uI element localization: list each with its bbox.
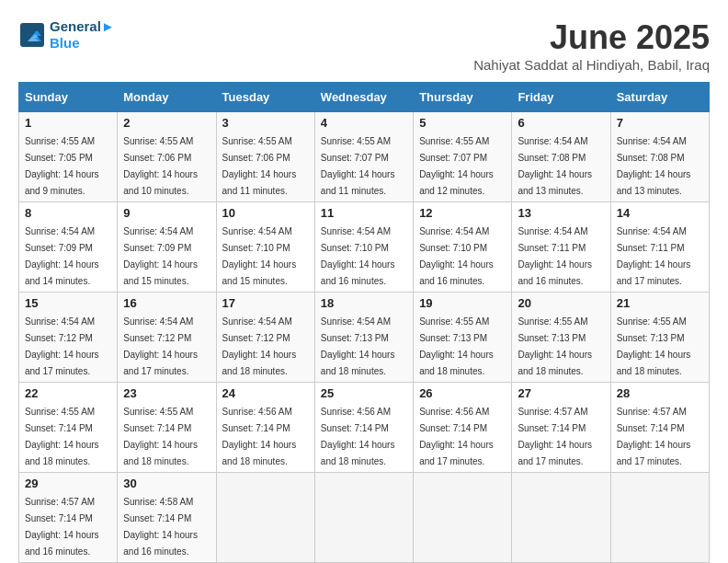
day-number: 17: [222, 296, 309, 310]
day-number: 1: [25, 116, 111, 130]
day-number: 4: [321, 116, 407, 130]
day-info: Sunrise: 4:55 AMSunset: 7:06 PMDaylight:…: [123, 136, 198, 196]
day-info: Sunrise: 4:56 AMSunset: 7:14 PMDaylight:…: [321, 407, 395, 466]
day-number: 8: [25, 206, 111, 220]
day-number: 28: [617, 386, 703, 400]
calendar-cell: 24 Sunrise: 4:56 AMSunset: 7:14 PMDaylig…: [216, 383, 314, 473]
day-number: 7: [617, 116, 703, 130]
calendar-cell: [414, 473, 512, 563]
calendar-header-row: SundayMondayTuesdayWednesdayThursdayFrid…: [19, 83, 710, 112]
day-info: Sunrise: 4:54 AMSunset: 7:10 PMDaylight:…: [222, 226, 297, 286]
day-number: 13: [518, 206, 604, 220]
day-number: 6: [518, 116, 604, 130]
day-info: Sunrise: 4:54 AMSunset: 7:08 PMDaylight:…: [518, 136, 592, 196]
calendar-week-1: 1 Sunrise: 4:55 AMSunset: 7:05 PMDayligh…: [19, 112, 710, 202]
day-number: 29: [25, 477, 111, 490]
calendar-cell: 9 Sunrise: 4:54 AMSunset: 7:09 PMDayligh…: [118, 202, 216, 293]
calendar-cell: 4 Sunrise: 4:55 AMSunset: 7:07 PMDayligh…: [314, 112, 413, 202]
day-info: Sunrise: 4:55 AMSunset: 7:05 PMDaylight:…: [25, 136, 99, 196]
calendar-week-4: 22 Sunrise: 4:55 AMSunset: 7:14 PMDaylig…: [19, 383, 710, 473]
day-info: Sunrise: 4:55 AMSunset: 7:14 PMDaylight:…: [123, 407, 198, 466]
logo: General► Blue: [18, 18, 115, 52]
day-info: Sunrise: 4:54 AMSunset: 7:12 PMDaylight:…: [123, 316, 198, 376]
calendar-cell: 10 Sunrise: 4:54 AMSunset: 7:10 PMDaylig…: [216, 202, 314, 293]
calendar-cell: 28 Sunrise: 4:57 AMSunset: 7:14 PMDaylig…: [610, 383, 709, 473]
day-info: Sunrise: 4:54 AMSunset: 7:13 PMDaylight:…: [321, 316, 395, 376]
logo-line1: General►: [50, 18, 115, 35]
day-number: 21: [617, 296, 703, 310]
calendar-week-5: 29 Sunrise: 4:57 AMSunset: 7:14 PMDaylig…: [19, 473, 710, 563]
day-number: 16: [123, 296, 210, 310]
day-info: Sunrise: 4:55 AMSunset: 7:13 PMDaylight:…: [617, 316, 691, 376]
calendar-cell: 1 Sunrise: 4:55 AMSunset: 7:05 PMDayligh…: [19, 112, 118, 202]
calendar-table: SundayMondayTuesdayWednesdayThursdayFrid…: [18, 82, 710, 563]
day-number: 26: [419, 386, 506, 400]
calendar-cell: 8 Sunrise: 4:54 AMSunset: 7:09 PMDayligh…: [19, 202, 118, 293]
calendar-cell: 15 Sunrise: 4:54 AMSunset: 7:12 PMDaylig…: [19, 293, 118, 383]
month-title: June 2025: [473, 18, 710, 57]
calendar-cell: [512, 473, 610, 563]
calendar-cell: 2 Sunrise: 4:55 AMSunset: 7:06 PMDayligh…: [118, 112, 216, 202]
weekday-header-thursday: Thursday: [414, 83, 512, 112]
day-info: Sunrise: 4:54 AMSunset: 7:10 PMDaylight:…: [419, 226, 494, 286]
day-number: 2: [123, 116, 210, 130]
day-info: Sunrise: 4:58 AMSunset: 7:14 PMDaylight:…: [123, 497, 198, 557]
calendar-cell: 23 Sunrise: 4:55 AMSunset: 7:14 PMDaylig…: [118, 383, 216, 473]
day-number: 12: [419, 206, 506, 220]
calendar-cell: 27 Sunrise: 4:57 AMSunset: 7:14 PMDaylig…: [512, 383, 610, 473]
day-info: Sunrise: 4:56 AMSunset: 7:14 PMDaylight:…: [222, 407, 297, 466]
day-info: Sunrise: 4:55 AMSunset: 7:07 PMDaylight:…: [419, 136, 494, 196]
calendar-cell: 25 Sunrise: 4:56 AMSunset: 7:14 PMDaylig…: [314, 383, 413, 473]
calendar-cell: 12 Sunrise: 4:54 AMSunset: 7:10 PMDaylig…: [414, 202, 512, 293]
calendar-cell: 30 Sunrise: 4:58 AMSunset: 7:14 PMDaylig…: [118, 473, 216, 563]
calendar-cell: [216, 473, 314, 563]
location-title: Nahiyat Saddat al Hindiyah, Babil, Iraq: [473, 57, 710, 73]
day-info: Sunrise: 4:54 AMSunset: 7:10 PMDaylight:…: [321, 226, 395, 286]
logo-icon: [18, 21, 46, 49]
day-info: Sunrise: 4:54 AMSunset: 7:09 PMDaylight:…: [25, 226, 99, 286]
calendar-cell: 7 Sunrise: 4:54 AMSunset: 7:08 PMDayligh…: [610, 112, 709, 202]
day-info: Sunrise: 4:54 AMSunset: 7:11 PMDaylight:…: [518, 226, 592, 286]
calendar-body: 1 Sunrise: 4:55 AMSunset: 7:05 PMDayligh…: [19, 112, 710, 563]
calendar-cell: 16 Sunrise: 4:54 AMSunset: 7:12 PMDaylig…: [118, 293, 216, 383]
page-header: General► Blue June 2025 Nahiyat Saddat a…: [18, 18, 710, 73]
day-info: Sunrise: 4:56 AMSunset: 7:14 PMDaylight:…: [419, 407, 494, 466]
calendar-cell: 3 Sunrise: 4:55 AMSunset: 7:06 PMDayligh…: [216, 112, 314, 202]
calendar-week-2: 8 Sunrise: 4:54 AMSunset: 7:09 PMDayligh…: [19, 202, 710, 293]
day-number: 3: [222, 116, 309, 130]
day-info: Sunrise: 4:55 AMSunset: 7:13 PMDaylight:…: [419, 316, 494, 376]
day-info: Sunrise: 4:54 AMSunset: 7:11 PMDaylight:…: [617, 226, 691, 286]
calendar-cell: 29 Sunrise: 4:57 AMSunset: 7:14 PMDaylig…: [19, 473, 118, 563]
weekday-header-tuesday: Tuesday: [216, 83, 314, 112]
title-area: June 2025 Nahiyat Saddat al Hindiyah, Ba…: [473, 18, 710, 73]
weekday-header-wednesday: Wednesday: [314, 83, 413, 112]
day-info: Sunrise: 4:55 AMSunset: 7:13 PMDaylight:…: [518, 316, 592, 376]
day-number: 23: [123, 386, 210, 400]
day-info: Sunrise: 4:57 AMSunset: 7:14 PMDaylight:…: [617, 407, 691, 466]
calendar-cell: 5 Sunrise: 4:55 AMSunset: 7:07 PMDayligh…: [414, 112, 512, 202]
day-info: Sunrise: 4:55 AMSunset: 7:14 PMDaylight:…: [25, 407, 99, 466]
day-info: Sunrise: 4:54 AMSunset: 7:08 PMDaylight:…: [617, 136, 691, 196]
calendar-cell: 13 Sunrise: 4:54 AMSunset: 7:11 PMDaylig…: [512, 202, 610, 293]
day-info: Sunrise: 4:54 AMSunset: 7:09 PMDaylight:…: [123, 226, 198, 286]
day-number: 9: [123, 206, 210, 220]
weekday-header-saturday: Saturday: [610, 83, 709, 112]
calendar-cell: 14 Sunrise: 4:54 AMSunset: 7:11 PMDaylig…: [610, 202, 709, 293]
day-number: 27: [518, 386, 604, 400]
weekday-header-monday: Monday: [118, 83, 216, 112]
weekday-header-sunday: Sunday: [19, 83, 118, 112]
weekday-header-friday: Friday: [512, 83, 610, 112]
calendar-cell: 6 Sunrise: 4:54 AMSunset: 7:08 PMDayligh…: [512, 112, 610, 202]
calendar-cell: 20 Sunrise: 4:55 AMSunset: 7:13 PMDaylig…: [512, 293, 610, 383]
calendar-cell: 17 Sunrise: 4:54 AMSunset: 7:12 PMDaylig…: [216, 293, 314, 383]
calendar-cell: 26 Sunrise: 4:56 AMSunset: 7:14 PMDaylig…: [414, 383, 512, 473]
calendar-cell: 19 Sunrise: 4:55 AMSunset: 7:13 PMDaylig…: [414, 293, 512, 383]
day-number: 25: [321, 386, 407, 400]
logo-line2: Blue: [50, 35, 115, 52]
day-number: 5: [419, 116, 506, 130]
day-number: 15: [25, 296, 111, 310]
calendar-cell: [314, 473, 413, 563]
day-info: Sunrise: 4:54 AMSunset: 7:12 PMDaylight:…: [25, 316, 99, 376]
day-info: Sunrise: 4:57 AMSunset: 7:14 PMDaylight:…: [518, 407, 592, 466]
day-number: 20: [518, 296, 604, 310]
